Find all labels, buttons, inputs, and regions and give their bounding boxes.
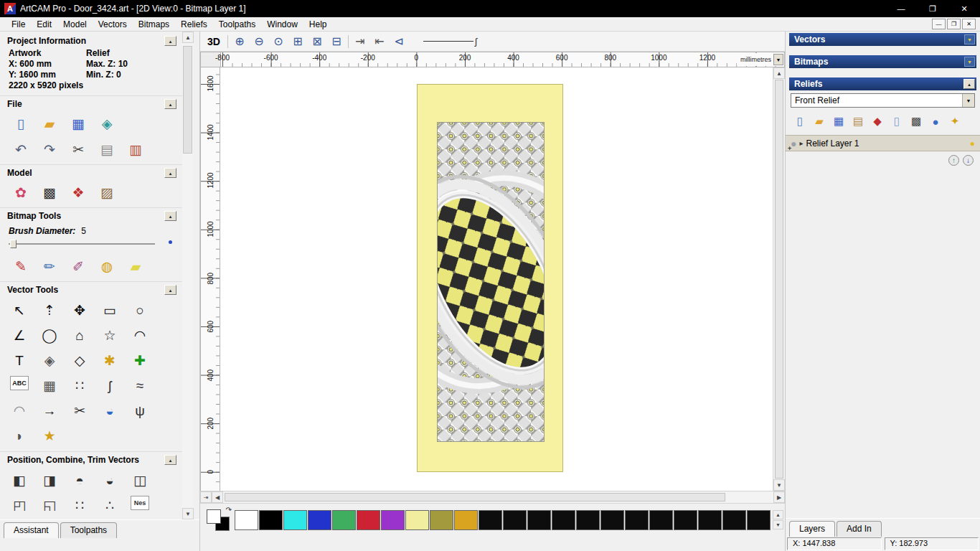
flood-fill-icon[interactable]: ◍ bbox=[98, 257, 116, 276]
minimize-button[interactable]: — bbox=[885, 0, 917, 17]
combo-dropdown-icon[interactable]: ▼ bbox=[962, 94, 974, 107]
nest-vectors-icon[interactable]: Nes bbox=[131, 496, 149, 510]
text-block-icon[interactable]: ABC bbox=[10, 376, 29, 390]
align-center-icon[interactable]: ◫ bbox=[131, 471, 149, 489]
palette-swatch[interactable] bbox=[649, 510, 673, 530]
scrollbar-track[interactable] bbox=[223, 492, 773, 503]
scrollbar-thumb[interactable] bbox=[775, 80, 783, 479]
palette-swatch[interactable] bbox=[454, 510, 478, 530]
paste-on-curve-icon[interactable]: ʃ bbox=[100, 376, 119, 395]
mirror-vertical-icon[interactable]: ◱ bbox=[40, 496, 59, 511]
palette-swatch[interactable] bbox=[722, 510, 746, 530]
vector-tools-collapse-button[interactable]: ▴ bbox=[164, 285, 176, 295]
tab-assistant[interactable]: Assistant bbox=[4, 522, 59, 538]
palette-swatch[interactable] bbox=[527, 510, 551, 530]
node-editing-icon[interactable]: ⇡ bbox=[40, 301, 59, 319]
paste-icon[interactable]: ▥ bbox=[126, 140, 145, 159]
scrollbar-thumb[interactable] bbox=[225, 493, 725, 501]
palette-swatch[interactable] bbox=[576, 510, 600, 530]
transform-vectors-icon[interactable]: ✥ bbox=[70, 301, 89, 319]
star-wizard-icon[interactable]: ★ bbox=[40, 426, 59, 445]
undo-icon[interactable]: ↶ bbox=[11, 140, 30, 159]
scroll-down-button[interactable]: ▼ bbox=[182, 508, 194, 519]
new-model-icon[interactable]: ▯ bbox=[11, 114, 30, 133]
save-relief-icon[interactable]: ▦ bbox=[831, 114, 846, 128]
erase-icon[interactable]: ▰ bbox=[126, 257, 145, 276]
restore-button[interactable]: ❐ bbox=[917, 0, 948, 17]
layer-expander-icon[interactable]: ▸ bbox=[799, 139, 803, 147]
add-relief-clipart-icon[interactable]: ❖ bbox=[69, 183, 88, 202]
array-copy-icon[interactable]: ∷ bbox=[70, 376, 89, 395]
vectors-header[interactable]: Vectors ▼ bbox=[789, 33, 976, 46]
mirror-horizontal-icon[interactable]: ◰ bbox=[10, 496, 29, 511]
bitmaps-expand-button[interactable]: ▼ bbox=[964, 57, 975, 67]
create-polyline-icon[interactable]: ∠ bbox=[10, 326, 29, 344]
layer-thumbnail-icon[interactable]: ●+ bbox=[791, 138, 796, 149]
ruler-units-dropdown[interactable]: ▼ bbox=[773, 54, 783, 65]
project-info-collapse-button[interactable]: ▴ bbox=[164, 36, 176, 46]
palette-swatch[interactable] bbox=[479, 510, 502, 530]
trim-vectors-icon[interactable]: ✂ bbox=[70, 401, 89, 420]
create-circle-icon[interactable]: ○ bbox=[131, 301, 149, 319]
zoom-box-icon[interactable]: ⊞ bbox=[291, 34, 305, 49]
create-rectangle-icon[interactable]: ▭ bbox=[100, 301, 119, 319]
export-model-icon[interactable]: ◈ bbox=[98, 114, 116, 133]
menu-item[interactable]: Window bbox=[261, 18, 303, 31]
scroll-origin-button[interactable]: ⇥ bbox=[200, 491, 212, 503]
reliefs-header[interactable]: Reliefs ▴ bbox=[789, 77, 976, 90]
palette-swatch[interactable] bbox=[283, 510, 307, 530]
text-in-box-icon[interactable]: ▦ bbox=[40, 376, 59, 395]
paint-icon[interactable]: ✎ bbox=[11, 257, 30, 276]
greyscale-model-icon[interactable]: ▩ bbox=[40, 183, 59, 202]
fillet-corners-icon[interactable]: ◇ bbox=[70, 351, 89, 369]
palette-swatch[interactable] bbox=[747, 510, 771, 530]
brush-diameter-slider[interactable] bbox=[9, 237, 172, 250]
fit-curve-icon[interactable]: ≈ bbox=[131, 376, 149, 395]
palette-swatch[interactable] bbox=[552, 510, 575, 530]
bitmap-tools-collapse-button[interactable]: ▴ bbox=[164, 211, 176, 221]
view-3d-button[interactable]: 3D bbox=[204, 35, 223, 48]
duplicate-relief-icon[interactable]: ▯ bbox=[890, 114, 904, 128]
save-model-icon[interactable]: ▦ bbox=[69, 114, 88, 133]
reliefs-collapse-button[interactable]: ▴ bbox=[963, 79, 975, 89]
relief-selector[interactable]: Front Relief ▼ bbox=[791, 93, 975, 108]
file-collapse-button[interactable]: ▴ bbox=[164, 99, 176, 109]
mdi-restore-button[interactable]: ❐ bbox=[947, 19, 961, 29]
align-bottom-icon[interactable]: ◒ bbox=[100, 471, 119, 489]
relief-envelope-icon[interactable]: ✦ bbox=[948, 114, 962, 128]
reverse-vectors-icon[interactable]: → bbox=[40, 401, 59, 420]
palette-swatch[interactable] bbox=[698, 510, 722, 530]
align-top-icon[interactable]: ◓ bbox=[70, 471, 89, 489]
arc-through-points-icon[interactable]: ◠ bbox=[10, 401, 29, 420]
create-polygon-icon[interactable]: ⌂ bbox=[70, 326, 89, 344]
palette-scroll-down-button[interactable]: ▼ bbox=[773, 520, 783, 529]
zoom-drawing-icon[interactable]: ⊠ bbox=[310, 34, 324, 49]
scroll-up-button[interactable]: ▲ bbox=[182, 32, 194, 43]
tab-layers[interactable]: Layers bbox=[789, 521, 835, 537]
model-collapse-button[interactable]: ▴ bbox=[164, 168, 176, 178]
palette-swatch[interactable] bbox=[235, 510, 258, 530]
palette-swatch[interactable] bbox=[308, 510, 331, 530]
scroll-up-button[interactable]: ▲ bbox=[773, 67, 785, 79]
delete-relief-icon[interactable]: ◆ bbox=[870, 114, 885, 128]
tab-add-in[interactable]: Add In bbox=[837, 521, 882, 537]
layer-move-up-button[interactable]: ↑ bbox=[948, 155, 959, 166]
vectors-expand-button[interactable]: ▼ bbox=[964, 34, 975, 44]
set-model-size-icon[interactable]: ✿ bbox=[11, 183, 30, 202]
slice-vectors-icon[interactable]: ◗ bbox=[10, 426, 29, 445]
colour-picker-icon[interactable]: ✐ bbox=[69, 257, 88, 276]
zoom-out-icon[interactable]: ⊖ bbox=[252, 34, 266, 49]
paint-selective-icon[interactable]: ✏ bbox=[40, 257, 59, 276]
redo-icon[interactable]: ↷ bbox=[40, 140, 59, 159]
mdi-close-button[interactable]: ✕ bbox=[962, 19, 976, 29]
assistant-scrollbar[interactable]: ▲ ▼ bbox=[182, 32, 194, 519]
fit-spline-icon[interactable]: ψ bbox=[131, 401, 149, 420]
align-left-icon[interactable]: ◧ bbox=[10, 471, 29, 489]
new-relief-icon[interactable]: ▯ bbox=[793, 114, 807, 128]
create-ellipse-icon[interactable]: ◯ bbox=[40, 326, 59, 344]
palette-scroll-up-button[interactable]: ▲ bbox=[773, 510, 783, 519]
scatter-copies-icon[interactable]: ∴ bbox=[100, 496, 119, 511]
swap-colours-icon[interactable]: ↷ bbox=[226, 506, 232, 514]
close-button[interactable]: ✕ bbox=[948, 0, 980, 17]
slider-thumb[interactable] bbox=[10, 240, 17, 248]
